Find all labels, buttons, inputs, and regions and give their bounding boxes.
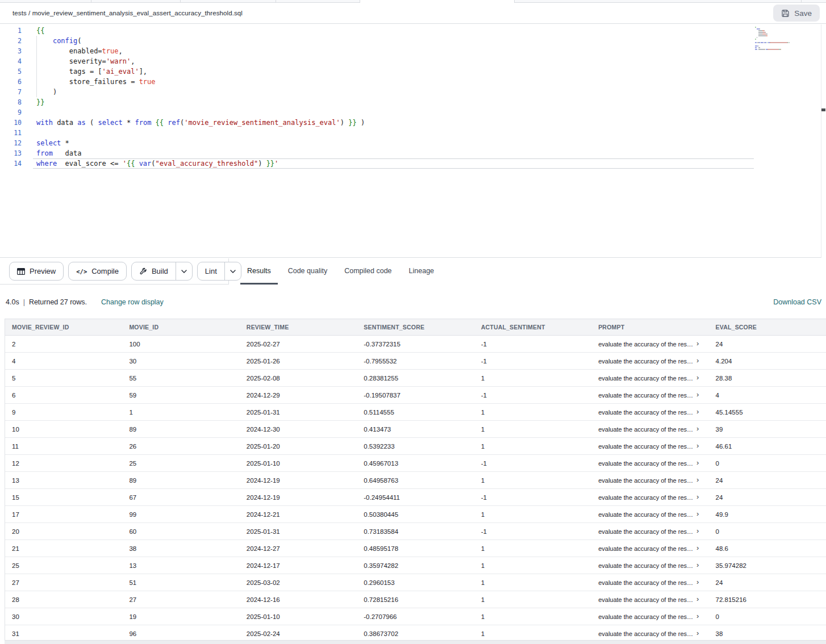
column-header[interactable]: MOVIE_ID (122, 324, 239, 331)
expand-chevron-icon[interactable]: › (696, 391, 699, 398)
horizontal-scrollbar[interactable] (5, 640, 826, 644)
table-cell: 2024-12-16 (240, 596, 357, 603)
table-row[interactable]: 25132024-12-170.359742821evaluate the ac… (5, 557, 826, 574)
expand-chevron-icon[interactable]: › (696, 374, 699, 381)
column-header[interactable]: MOVIE_REVIEW_ID (5, 324, 122, 331)
table-cell: 24 (709, 494, 826, 501)
table-row[interactable]: 28272024-12-160.728152161evaluate the ac… (5, 591, 826, 608)
expand-chevron-icon[interactable]: › (696, 357, 699, 364)
lint-button[interactable]: Lint (198, 262, 224, 280)
expand-chevron-icon[interactable]: › (696, 528, 699, 534)
tab-lineage[interactable]: Lineage (402, 258, 441, 285)
table-row[interactable]: 15672024-12-19-0.24954411-1evaluate the … (5, 489, 826, 506)
build-button[interactable]: Build (132, 262, 176, 280)
expand-chevron-icon[interactable]: › (696, 408, 699, 415)
table-row[interactable]: 12252025-01-100.45967013-1evaluate the a… (5, 455, 826, 472)
table-row[interactable]: 21382024-12-270.485951781evaluate the ac… (5, 540, 826, 557)
prompt-cell[interactable]: evaluate the accuracy of the res…› (591, 579, 708, 586)
expand-chevron-icon[interactable]: › (696, 596, 699, 603)
expand-chevron-icon[interactable]: › (696, 511, 699, 517)
column-header[interactable]: REVIEW_TIME (240, 324, 357, 331)
prompt-cell[interactable]: evaluate the accuracy of the res…› (591, 459, 708, 467)
code-editor[interactable]: 1{{2 config(3 enabled=true,4 severity='w… (0, 24, 826, 258)
minimap[interactable] (755, 27, 819, 51)
chevron-down-icon (181, 270, 187, 273)
expand-chevron-icon[interactable]: › (696, 494, 699, 500)
prompt-cell[interactable]: evaluate the accuracy of the res…› (591, 596, 708, 603)
expand-chevron-icon[interactable]: › (696, 425, 699, 432)
expand-chevron-icon[interactable]: › (696, 562, 699, 568)
prompt-cell[interactable]: evaluate the accuracy of the res…› (591, 425, 708, 433)
compile-button[interactable]: </> Compile (68, 262, 127, 281)
tab-results[interactable]: Results (240, 258, 278, 285)
preview-button[interactable]: Preview (9, 262, 64, 281)
prompt-cell[interactable]: evaluate the accuracy of the res…› (591, 340, 708, 348)
prompt-cell[interactable]: evaluate the accuracy of the res…› (591, 357, 708, 365)
code-line[interactable]: 11 (0, 128, 826, 138)
code-lines[interactable]: 1{{2 config(3 enabled=true,4 severity='w… (0, 24, 826, 169)
expand-chevron-icon[interactable]: › (696, 442, 699, 449)
table-cell: 0.72815216 (357, 596, 474, 603)
code-line[interactable]: 14where eval_score <= '{{ var("eval_accu… (0, 158, 826, 169)
expand-chevron-icon[interactable]: › (696, 459, 699, 466)
table-row[interactable]: 5552025-02-080.283812551evaluate the acc… (5, 370, 826, 387)
table-row[interactable]: 30192025-01-10-0.27079661evaluate the ac… (5, 608, 826, 625)
table-row[interactable]: 6592024-12-29-0.19507837-1evaluate the a… (5, 387, 826, 404)
table-cell: 48.6 (709, 545, 826, 552)
change-row-display-link[interactable]: Change row display (101, 298, 164, 306)
expand-chevron-icon[interactable]: › (696, 579, 699, 586)
table-row[interactable]: 11262025-01-200.53922331evaluate the acc… (5, 438, 826, 455)
editor-scrollbar[interactable] (821, 24, 826, 258)
column-header[interactable]: ACTUAL_SENTIMENT (474, 324, 591, 331)
expand-chevron-icon[interactable]: › (696, 340, 699, 347)
expand-chevron-icon[interactable]: › (696, 476, 699, 483)
code-line[interactable]: 3 enabled=true, (0, 46, 826, 56)
code-line[interactable]: 12select * (0, 138, 826, 148)
table-row[interactable]: 27512025-03-020.29601531evaluate the acc… (5, 574, 826, 591)
table-cell: -0.19507837 (357, 392, 474, 399)
code-line[interactable]: 13from data (0, 148, 826, 158)
table-row[interactable]: 4302025-01-26-0.7955532-1evaluate the ac… (5, 353, 826, 370)
code-line[interactable]: 9 (0, 107, 826, 118)
prompt-cell[interactable]: evaluate the accuracy of the res…› (591, 528, 708, 535)
prompt-cell[interactable]: evaluate the accuracy of the res…› (591, 391, 708, 399)
table-row[interactable]: 17992024-12-210.503804451evaluate the ac… (5, 506, 826, 523)
prompt-cell[interactable]: evaluate the accuracy of the res…› (591, 476, 708, 484)
table-cell: 0 (709, 613, 826, 620)
expand-chevron-icon[interactable]: › (696, 630, 699, 637)
code-line[interactable]: 5 tags = ['ai_eval'], (0, 66, 826, 77)
tab-code-quality[interactable]: Code quality (281, 258, 335, 285)
prompt-cell[interactable]: evaluate the accuracy of the res…› (591, 630, 708, 637)
prompt-cell[interactable]: evaluate the accuracy of the res…› (591, 442, 708, 450)
prompt-cell[interactable]: evaluate the accuracy of the res…› (591, 511, 708, 518)
prompt-cell[interactable]: evaluate the accuracy of the res…› (591, 562, 708, 569)
code-line[interactable]: 1{{ (0, 26, 826, 36)
table-row[interactable]: 10892024-12-300.4134731evaluate the accu… (5, 421, 826, 438)
prompt-cell[interactable]: evaluate the accuracy of the res…› (591, 494, 708, 501)
code-line[interactable]: 7 ) (0, 87, 826, 97)
expand-chevron-icon[interactable]: › (696, 545, 699, 551)
prompt-cell[interactable]: evaluate the accuracy of the res…› (591, 374, 708, 382)
code-line[interactable]: 6 store_failures = true (0, 77, 826, 87)
download-csv-link[interactable]: Download CSV (773, 298, 821, 306)
table-row[interactable]: 21002025-02-27-0.37372315-1evaluate the … (5, 336, 826, 353)
table-cell: 0.35974282 (357, 562, 474, 569)
breadcrumb[interactable]: tests / movie_review_sentiment_analysis_… (12, 10, 243, 16)
code-line[interactable]: 10with data as ( select * from {{ ref('m… (0, 118, 826, 128)
code-line[interactable]: 2 config( (0, 36, 826, 46)
save-button[interactable]: Save (773, 5, 820, 22)
tab-compiled-code[interactable]: Compiled code (337, 258, 398, 285)
column-header[interactable]: EVAL_SCORE (709, 324, 826, 331)
table-row[interactable]: 912025-01-310.51145551evaluate the accur… (5, 404, 826, 421)
table-row[interactable]: 13892024-12-190.649587631evaluate the ac… (5, 472, 826, 489)
build-dropdown-button[interactable] (176, 262, 192, 280)
column-header[interactable]: SENTIMENT_SCORE (357, 324, 474, 331)
code-line[interactable]: 4 severity='warn', (0, 56, 826, 66)
prompt-cell[interactable]: evaluate the accuracy of the res…› (591, 545, 708, 552)
column-header[interactable]: PROMPT (591, 324, 708, 331)
prompt-cell[interactable]: evaluate the accuracy of the res…› (591, 613, 708, 620)
code-line[interactable]: 8}} (0, 97, 826, 107)
table-row[interactable]: 20602025-01-310.73183584-1evaluate the a… (5, 523, 826, 540)
prompt-cell[interactable]: evaluate the accuracy of the res…› (591, 408, 708, 416)
expand-chevron-icon[interactable]: › (696, 613, 699, 620)
